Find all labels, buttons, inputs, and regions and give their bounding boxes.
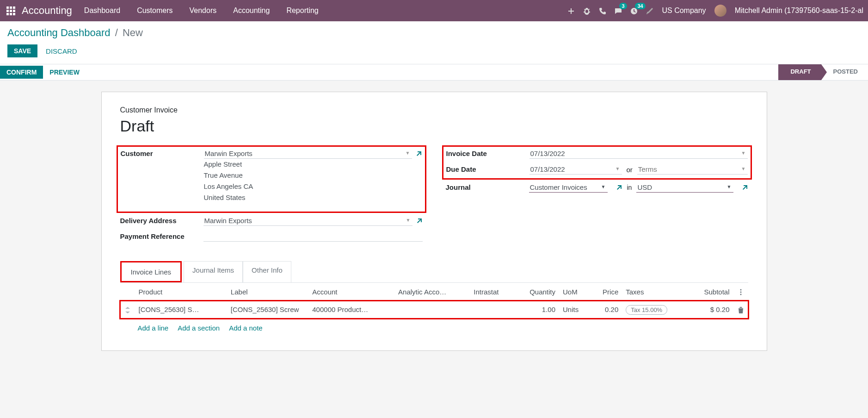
customer-street: Apple Street bbox=[204, 159, 422, 170]
cell-price[interactable]: 0.20 bbox=[591, 301, 622, 319]
tax-badge: Tax 15.00% bbox=[626, 305, 667, 315]
tab-other-info[interactable]: Other Info bbox=[243, 261, 291, 282]
due-date-field[interactable] bbox=[529, 164, 622, 175]
apps-icon[interactable] bbox=[6, 6, 15, 15]
activities-icon[interactable]: 34 bbox=[630, 6, 638, 15]
th-intrastat[interactable]: Intrastat bbox=[470, 283, 514, 301]
messages-badge: 3 bbox=[619, 3, 627, 9]
external-link-icon[interactable] bbox=[741, 183, 748, 191]
delivery-address-field[interactable] bbox=[203, 216, 412, 226]
line-actions: Add a line Add a section Add a note bbox=[120, 318, 748, 341]
external-link-icon[interactable] bbox=[615, 183, 622, 191]
activities-badge: 34 bbox=[635, 3, 645, 9]
table-row[interactable]: [CONS_25630] S… [CONS_25630] Screw 40000… bbox=[120, 301, 748, 319]
handle-column bbox=[120, 283, 135, 301]
confirm-button[interactable]: CONFIRM bbox=[0, 66, 43, 79]
add-note-link[interactable]: Add a note bbox=[229, 324, 263, 332]
user-menu[interactable]: Mitchell Admin (17397560-saas-15-2-al bbox=[735, 6, 863, 15]
menu-accounting[interactable]: Accounting bbox=[233, 6, 270, 15]
form-sheet: Customer Invoice Draft Customer ▼ bbox=[101, 92, 767, 351]
customer-country: United States bbox=[204, 192, 422, 203]
discard-button[interactable]: DISCARD bbox=[46, 47, 77, 55]
statusbar: DRAFT POSTED bbox=[778, 64, 868, 80]
cell-uom[interactable]: Units bbox=[559, 301, 591, 319]
th-account[interactable]: Account bbox=[308, 283, 394, 301]
payment-reference-field[interactable] bbox=[203, 231, 423, 242]
external-link-icon[interactable] bbox=[415, 150, 422, 157]
plus-icon[interactable] bbox=[567, 6, 575, 15]
form-title: Draft bbox=[120, 117, 748, 135]
cell-intrastat[interactable] bbox=[470, 301, 514, 319]
label-payment-reference: Payment Reference bbox=[120, 231, 203, 240]
form-subtitle: Customer Invoice bbox=[120, 106, 748, 114]
terms-field[interactable] bbox=[637, 164, 748, 175]
save-button[interactable]: SAVE bbox=[7, 44, 37, 57]
currency-field[interactable] bbox=[636, 182, 733, 193]
tab-journal-items[interactable]: Journal Items bbox=[184, 261, 243, 282]
main-navbar: Accounting Dashboard Customers Vendors A… bbox=[0, 0, 868, 21]
delete-row-icon[interactable] bbox=[733, 301, 748, 319]
customer-city: Los Angeles CA bbox=[204, 181, 422, 192]
invoice-lines-table: Product Label Account Analytic Acco… Int… bbox=[120, 282, 748, 318]
notebook-tabs: Invoice Lines Journal Items Other Info bbox=[120, 261, 748, 282]
th-options[interactable] bbox=[733, 283, 748, 301]
th-taxes[interactable]: Taxes bbox=[622, 283, 689, 301]
breadcrumb-current: New bbox=[123, 27, 143, 38]
status-posted[interactable]: POSTED bbox=[821, 64, 868, 80]
nav-right: 3 34 US Company Mitchell Admin (17397560… bbox=[567, 5, 863, 17]
or-text: or bbox=[627, 166, 633, 174]
nav-menu: Dashboard Customers Vendors Accounting R… bbox=[84, 6, 319, 15]
th-product[interactable]: Product bbox=[135, 283, 227, 301]
app-brand[interactable]: Accounting bbox=[22, 5, 72, 17]
status-draft[interactable]: DRAFT bbox=[778, 64, 821, 80]
th-price[interactable]: Price bbox=[591, 283, 622, 301]
breadcrumb: Accounting Dashboard / New bbox=[7, 27, 861, 39]
messages-icon[interactable]: 3 bbox=[615, 6, 622, 15]
cell-product[interactable]: [CONS_25630] S… bbox=[135, 301, 227, 319]
th-subtotal[interactable]: Subtotal bbox=[689, 283, 733, 301]
cell-analytic[interactable] bbox=[394, 301, 470, 319]
phone-icon[interactable] bbox=[599, 6, 606, 15]
label-delivery-address: Delivery Address bbox=[120, 216, 203, 225]
tools-icon[interactable] bbox=[646, 6, 653, 15]
tab-invoice-lines[interactable]: Invoice Lines bbox=[123, 263, 180, 281]
th-label[interactable]: Label bbox=[227, 283, 308, 301]
svg-point-2 bbox=[740, 294, 741, 295]
svg-point-1 bbox=[740, 292, 741, 293]
add-line-link[interactable]: Add a line bbox=[138, 324, 169, 332]
in-text: in bbox=[627, 184, 632, 191]
th-quantity[interactable]: Quantity bbox=[514, 283, 560, 301]
add-section-link[interactable]: Add a section bbox=[178, 324, 220, 332]
label-customer: Customer bbox=[121, 149, 204, 157]
customer-field[interactable] bbox=[204, 149, 412, 159]
menu-vendors[interactable]: Vendors bbox=[190, 6, 217, 15]
th-analytic[interactable]: Analytic Acco… bbox=[394, 283, 470, 301]
menu-customers[interactable]: Customers bbox=[137, 6, 172, 15]
company-switcher[interactable]: US Company bbox=[662, 6, 706, 15]
external-link-icon[interactable] bbox=[415, 217, 423, 225]
journal-field[interactable] bbox=[529, 182, 608, 193]
bug-icon[interactable] bbox=[583, 6, 591, 15]
control-panel: Accounting Dashboard / New SAVE DISCARD … bbox=[0, 21, 868, 81]
label-due-date: Due Date bbox=[446, 164, 529, 173]
cell-subtotal: $ 0.20 bbox=[689, 301, 733, 319]
label-journal: Journal bbox=[446, 182, 529, 191]
customer-street2: True Avenue bbox=[204, 170, 422, 181]
cell-account[interactable]: 400000 Product… bbox=[308, 301, 394, 319]
label-invoice-date: Invoice Date bbox=[446, 149, 529, 157]
preview-button[interactable]: PREVIEW bbox=[43, 66, 86, 79]
drag-handle-icon[interactable] bbox=[120, 301, 135, 319]
menu-reporting[interactable]: Reporting bbox=[286, 6, 318, 15]
cell-taxes[interactable]: Tax 15.00% bbox=[622, 301, 689, 319]
cell-quantity[interactable]: 1.00 bbox=[514, 301, 560, 319]
breadcrumb-parent[interactable]: Accounting Dashboard bbox=[7, 27, 111, 38]
breadcrumb-sep: / bbox=[115, 27, 118, 38]
invoice-date-field[interactable] bbox=[529, 149, 748, 159]
svg-point-0 bbox=[740, 289, 741, 291]
th-uom[interactable]: UoM bbox=[559, 283, 591, 301]
cell-label[interactable]: [CONS_25630] Screw bbox=[227, 301, 308, 319]
menu-dashboard[interactable]: Dashboard bbox=[84, 6, 120, 15]
avatar[interactable] bbox=[714, 5, 726, 17]
